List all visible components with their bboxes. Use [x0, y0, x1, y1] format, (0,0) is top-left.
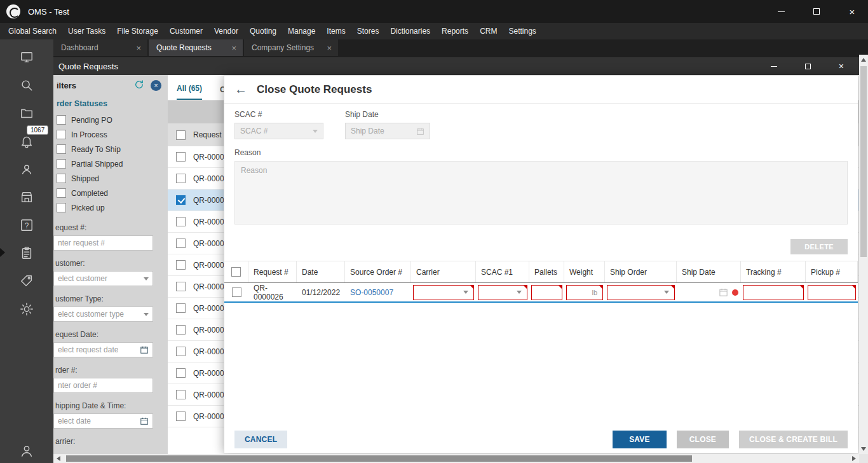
filter-status-picked-up[interactable]: Picked up: [53, 200, 168, 215]
filter-status-completed[interactable]: Completed: [53, 186, 168, 200]
close-button[interactable]: ×: [843, 0, 862, 23]
filter-select-control[interactable]: elect customer: [53, 271, 153, 286]
minimize-button[interactable]: [771, 0, 790, 23]
checkbox[interactable]: [57, 130, 66, 139]
vertical-scrollbar[interactable]: [859, 55, 868, 454]
filter-date-control[interactable]: elect request date: [53, 342, 153, 357]
checkbox[interactable]: [57, 159, 66, 169]
row-checkbox[interactable]: [176, 217, 186, 226]
column-header-tracking[interactable]: Tracking #: [741, 261, 806, 282]
inner-maximize-button[interactable]: [805, 57, 811, 75]
row-checkbox[interactable]: [176, 260, 186, 270]
close-create-bill-button[interactable]: CLOSE & CREATE BILL: [739, 431, 848, 448]
horizontal-scroll-thumb[interactable]: [66, 455, 692, 462]
scroll-down-icon[interactable]: [861, 447, 866, 451]
menu-item-global-search[interactable]: Global Search: [3, 27, 62, 36]
source-order-link[interactable]: SO-0050007: [350, 288, 393, 297]
filter-select-control[interactable]: elect customer type: [53, 307, 153, 322]
scroll-up-icon[interactable]: [861, 58, 866, 62]
column-header-ship-order[interactable]: Ship Order: [605, 261, 677, 282]
tab-quote-requests[interactable]: Quote Requests×: [149, 39, 243, 56]
tasks-icon[interactable]: [0, 239, 53, 267]
row-checkbox[interactable]: [176, 368, 186, 378]
delete-button[interactable]: DELETE: [790, 239, 848, 254]
calendar-icon[interactable]: [719, 287, 728, 297]
documents-icon[interactable]: [0, 99, 53, 127]
help-icon[interactable]: ?: [0, 211, 53, 239]
tab-close-icon[interactable]: ×: [136, 43, 141, 53]
column-header-request[interactable]: Request #: [248, 261, 297, 282]
filter-status-ready-to-ship[interactable]: Ready To Ship: [53, 142, 168, 156]
row-checkbox[interactable]: [232, 287, 241, 297]
row-checkbox[interactable]: [176, 390, 186, 399]
scroll-right-icon[interactable]: [852, 456, 856, 461]
filter-text-control[interactable]: nter request #: [53, 235, 153, 251]
column-header-scac-1[interactable]: SCAC #1: [476, 261, 529, 282]
flyout-arrow-icon[interactable]: [0, 248, 5, 257]
checkbox[interactable]: [57, 144, 66, 154]
row-checkbox[interactable]: [176, 195, 186, 205]
reason-textarea[interactable]: Reason: [234, 161, 848, 225]
tab-company-settings[interactable]: Company Settings×: [244, 39, 338, 56]
menu-item-dictionaries[interactable]: Dictionaries: [384, 27, 436, 36]
menu-item-customer[interactable]: Customer: [164, 27, 208, 36]
weight-input[interactable]: lb: [566, 285, 603, 300]
store-icon[interactable]: [0, 183, 53, 211]
refresh-icon[interactable]: [134, 79, 144, 92]
pallets-input[interactable]: [531, 285, 562, 300]
checkbox[interactable]: [57, 115, 66, 125]
tab-dashboard[interactable]: Dashboard×: [53, 39, 147, 56]
dashboard-icon[interactable]: [0, 43, 53, 71]
cancel-button[interactable]: CANCEL: [234, 431, 287, 448]
ship-date-input[interactable]: Ship Date: [345, 123, 430, 139]
filter-status-shipped[interactable]: Shipped: [53, 171, 168, 186]
checkbox[interactable]: [57, 188, 66, 198]
filter-status-pending-po[interactable]: Pending PO: [53, 113, 168, 127]
dialog-close-button[interactable]: CLOSE: [677, 431, 729, 448]
maximize-button[interactable]: [807, 0, 826, 23]
menu-item-crm[interactable]: CRM: [474, 27, 503, 36]
row-checkbox[interactable]: [176, 347, 186, 356]
menu-item-settings[interactable]: Settings: [503, 27, 541, 36]
row-checkbox[interactable]: [176, 174, 186, 183]
scroll-left-icon[interactable]: [57, 456, 60, 461]
tags-icon[interactable]: [0, 267, 53, 295]
checkbox[interactable]: [57, 174, 66, 183]
menu-item-reports[interactable]: Reports: [436, 27, 474, 36]
row-checkbox[interactable]: [176, 152, 186, 162]
menu-item-items[interactable]: Items: [321, 27, 351, 36]
menu-item-stores[interactable]: Stores: [351, 27, 385, 36]
save-button[interactable]: SAVE: [613, 431, 667, 448]
filters-close-icon[interactable]: ×: [151, 80, 161, 91]
ship-order-select[interactable]: [607, 285, 675, 300]
column-header-pallets[interactable]: Pallets: [529, 261, 564, 282]
filter-date-control[interactable]: elect date: [53, 413, 153, 429]
filter-status-in-process[interactable]: In Process: [53, 127, 168, 142]
inner-minimize-button[interactable]: [771, 57, 777, 75]
tab-close-icon[interactable]: ×: [231, 43, 236, 53]
menu-item-file-storage[interactable]: File Storage: [111, 27, 164, 36]
row-checkbox[interactable]: [176, 411, 186, 421]
pickup-input[interactable]: [808, 285, 856, 300]
search-icon[interactable]: [0, 71, 53, 99]
back-arrow-icon[interactable]: ←: [234, 82, 247, 97]
row-checkbox[interactable]: [176, 238, 186, 248]
column-header-date[interactable]: Date: [297, 261, 345, 282]
grid-tab-all-65[interactable]: All (65): [177, 84, 202, 100]
menu-item-vendor[interactable]: Vendor: [208, 27, 244, 36]
row-checkbox[interactable]: [176, 282, 186, 291]
menu-item-user-tasks[interactable]: User Tasks: [62, 27, 111, 36]
select-all-checkbox[interactable]: [176, 130, 186, 140]
inner-close-button[interactable]: ×: [839, 57, 844, 75]
filter-text-control[interactable]: nter order #: [53, 378, 153, 393]
menu-item-quoting[interactable]: Quoting: [244, 27, 282, 36]
tracking-input[interactable]: [743, 285, 804, 300]
vertical-scroll-thumb[interactable]: [860, 66, 867, 257]
checkbox[interactable]: [57, 203, 66, 212]
column-header-ship-date[interactable]: Ship Date: [677, 261, 741, 282]
settings-icon[interactable]: [0, 295, 53, 323]
menu-item-manage[interactable]: Manage: [282, 27, 321, 36]
column-header-source-order[interactable]: Source Order #: [345, 261, 411, 282]
table-select-all-checkbox[interactable]: [231, 267, 241, 277]
column-header-pickup[interactable]: Pickup #: [806, 261, 858, 282]
